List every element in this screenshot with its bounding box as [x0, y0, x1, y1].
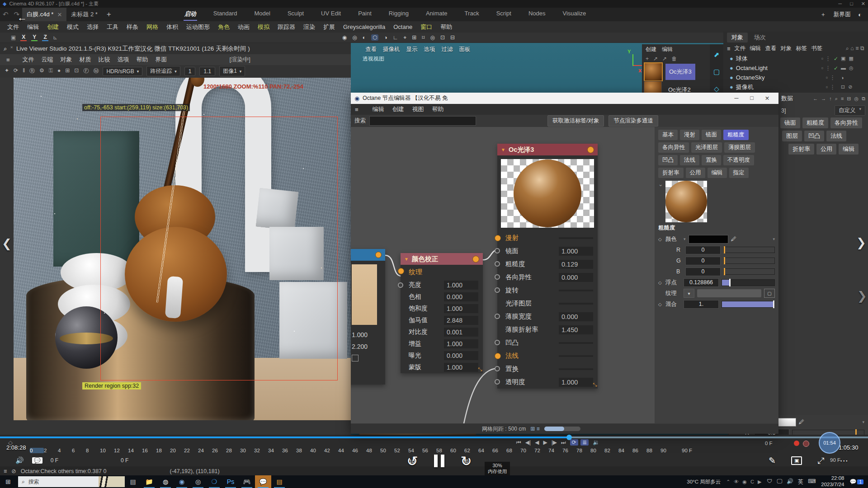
param-value[interactable] — [559, 355, 593, 357]
ne-menu-item[interactable]: 创建 — [388, 104, 408, 114]
lv-menu-item[interactable]: 对象 — [57, 55, 76, 65]
notification-icon[interactable]: 💬1 — [849, 479, 863, 485]
key-diamond-icon[interactable]: ◇ — [658, 280, 663, 285]
chevron-down-icon[interactable]: ⌄ — [658, 181, 663, 188]
lv-menu-item[interactable]: 帮助 — [133, 55, 152, 65]
attr-tab[interactable]: 镜面 — [702, 130, 721, 140]
param-port[interactable] — [495, 379, 500, 385]
param-value[interactable] — [559, 237, 593, 239]
node-canvas[interactable]: 1.000 2.200 ▼ 颜色校正 纹理 — [351, 127, 655, 423]
lv-tool-icon[interactable]: ⚙ — [39, 67, 44, 75]
object-manager-tab[interactable]: 场次 — [750, 33, 770, 42]
node-editor-titlebar[interactable]: ◉ Octane 节点编辑器 【汉化不易 免 ─ □ ✕ — [351, 93, 778, 104]
frame-field-end[interactable]: 90 F — [682, 448, 692, 453]
lv-menu-item[interactable]: 云端 — [38, 55, 57, 65]
param-value[interactable]: 1.000 — [444, 363, 478, 372]
toolbar-icon[interactable]: ⊡ — [440, 34, 445, 41]
glossy-param-row[interactable]: 旋转 — [497, 284, 598, 297]
ne-menu-item[interactable]: 编辑 — [368, 104, 388, 114]
side-tool-icon[interactable]: ⬈ — [714, 51, 720, 59]
color-swatch[interactable] — [689, 235, 728, 244]
attr-tab[interactable]: 指定 — [729, 168, 749, 178]
attr-tab[interactable]: 粗糙度 — [723, 130, 749, 140]
kernel-select[interactable]: 路径追踪▾ — [146, 66, 180, 76]
glossy-param-row[interactable]: 薄膜宽度 0.000 — [497, 310, 598, 323]
param-value[interactable]: 0.000 — [559, 312, 593, 321]
doc-tab-close-icon[interactable]: ✕ — [57, 11, 62, 18]
attr-tab[interactable]: 置换 — [702, 155, 721, 165]
glossy-param-row[interactable]: 漫射 — [497, 231, 598, 244]
attr-tab[interactable]: 基本 — [658, 130, 678, 140]
menu-item[interactable]: 网格 — [143, 22, 162, 33]
maximize-button[interactable]: □ — [850, 1, 853, 7]
taskbar-app-icon[interactable]: 💬 — [255, 475, 271, 488]
cc-param-row[interactable]: 蒙版 1.000 — [401, 361, 483, 373]
glossy-param-row[interactable]: 光泽图层 — [497, 297, 598, 310]
toolbar-icon[interactable]: ⌑ — [422, 34, 425, 41]
grid-view-icons[interactable]: ⊞ ≡ — [530, 426, 539, 432]
hamburger-icon[interactable]: ≡ — [727, 46, 730, 52]
layout-tab[interactable]: Visualize — [561, 8, 587, 21]
menu-item[interactable]: 创建 — [43, 22, 62, 33]
toolbar-icon[interactable]: ⊞ — [412, 34, 416, 41]
viewport-close-x[interactable]: x — [638, 67, 642, 74]
lv-tool-icon[interactable]: ⊞ — [65, 67, 70, 75]
texture-dropdown-button[interactable]: ▾ — [684, 289, 694, 298]
object-menu-item[interactable]: 对象 — [780, 45, 792, 52]
lv-tool-icon[interactable]: ⊡ — [74, 67, 79, 75]
transport-button[interactable]: ⏭ — [561, 439, 566, 446]
cc-output-port[interactable] — [472, 256, 479, 263]
toolbar-icon[interactable]: ◎ — [352, 34, 357, 41]
tray-icon[interactable]: 👁 — [734, 479, 739, 485]
data-tab[interactable]: 凹凸 — [804, 131, 824, 141]
taskbar-app-icon[interactable]: ◍ — [157, 475, 174, 488]
param-value[interactable] — [559, 368, 593, 370]
task-view-icon[interactable]: ▤ — [125, 475, 141, 488]
node-search-input[interactable] — [369, 116, 476, 126]
param-value[interactable]: 0.129 — [559, 260, 593, 269]
texture-path-field[interactable] — [697, 289, 761, 297]
pause-button[interactable] — [434, 455, 444, 467]
param-value[interactable]: 1.450 — [559, 325, 593, 334]
param-port[interactable] — [495, 340, 500, 345]
data-tab[interactable]: 各向异性 — [830, 117, 862, 128]
viewport-menu-item[interactable]: 查看 — [365, 46, 377, 53]
menu-item[interactable]: 扩展 — [320, 22, 339, 33]
material-item[interactable]: Oc光泽3 — [642, 63, 710, 81]
param-port[interactable] — [495, 287, 500, 293]
tray-icon[interactable]: ⌨ — [808, 478, 816, 486]
param-value[interactable]: 1.000 — [444, 339, 478, 348]
folder-icon[interactable]: ▢ — [764, 289, 775, 298]
tag-icons[interactable]: ▣ ▦ — [841, 56, 868, 61]
cc-param-row[interactable]: 增益 1.000 — [401, 338, 483, 350]
video-next-arrow[interactable]: ❯ — [857, 289, 867, 303]
lv-tool-icon[interactable]: Ⓜ — [93, 67, 99, 75]
attr-tab[interactable]: 凹凸 — [658, 155, 678, 165]
viewport-menu-item[interactable]: 显示 — [406, 46, 418, 53]
transport-button[interactable]: |▶ — [552, 439, 557, 446]
material-preview[interactable] — [665, 181, 707, 222]
key-diamond-icon[interactable]: ◇ — [658, 302, 663, 307]
lv-tool-icon[interactable]: ⚿ — [49, 67, 53, 75]
layout-tab[interactable]: Track — [464, 8, 480, 21]
resize-arrows-icon[interactable]: ⤢ — [817, 456, 824, 466]
attr-tab[interactable]: 漫射 — [680, 130, 699, 140]
material-tool-icon[interactable]: + — [646, 56, 649, 62]
attr-tab[interactable]: 法线 — [680, 155, 699, 165]
param-value[interactable] — [559, 303, 593, 305]
layout-tab[interactable]: Animate — [425, 8, 448, 21]
material-thumbnail[interactable] — [644, 62, 663, 81]
transport-button[interactable]: ◀ — [535, 439, 539, 446]
panel-expand-chevron[interactable]: ❯ — [856, 236, 866, 250]
tray-icon[interactable]: 英 — [798, 478, 803, 486]
panel-icon[interactable]: ↑ — [829, 96, 832, 102]
more-dots-icon[interactable]: ⋯ — [840, 455, 849, 466]
panel-icon[interactable]: ⊟ — [847, 96, 851, 102]
texture-value-1[interactable]: 1.000 — [352, 331, 385, 338]
layout-add-button[interactable]: ＋ — [820, 10, 826, 19]
param-port[interactable] — [495, 366, 500, 371]
attr-tab[interactable]: 折射率 — [658, 168, 684, 178]
lv-tool-icon[interactable]: ● — [57, 67, 61, 75]
visibility-dots[interactable]: ▫ ⋮ — [826, 84, 835, 90]
glossy-param-row[interactable]: 透明度 1.000 — [497, 375, 598, 389]
